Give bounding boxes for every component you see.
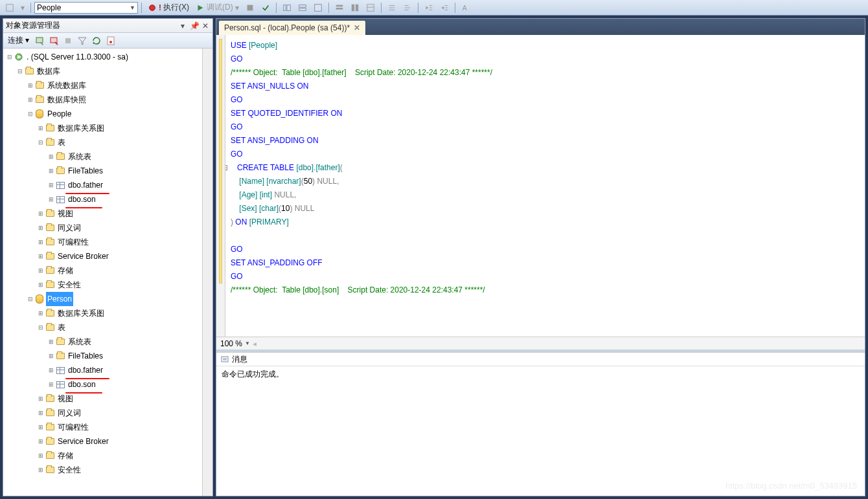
refresh-icon[interactable] (91, 35, 102, 47)
database-combo[interactable]: People▼ (34, 2, 138, 14)
expand-icon[interactable]: ⊞ (37, 263, 45, 278)
tree-programmability[interactable]: ⊞可编程性 (3, 235, 202, 249)
messages-body[interactable]: 命令已成功完成。 (216, 366, 865, 496)
close-icon[interactable]: ✕ (201, 21, 210, 30)
collapse-icon[interactable]: ⊟ (27, 107, 34, 121)
outdent-button[interactable] (437, 3, 451, 13)
tree-security[interactable]: ⊞安全性 (3, 278, 202, 292)
disconnect-db-icon[interactable] (48, 35, 60, 47)
close-tab-icon[interactable]: ✕ (354, 23, 360, 32)
expand-icon[interactable]: ⊞ (37, 121, 45, 135)
tree-table-father[interactable]: ⊞dbo.father (3, 363, 202, 377)
stop-button[interactable] (243, 3, 257, 13)
code-area[interactable]: USE [People] GO /****** Object: Table [d… (216, 35, 865, 337)
collapse-icon[interactable]: ⊟ (6, 50, 14, 64)
tree-table-son[interactable]: ⊞dbo.son (3, 192, 202, 206)
expand-icon[interactable]: ⊞ (37, 278, 45, 292)
expand-icon[interactable]: ⊞ (37, 449, 45, 463)
tree-db-diagrams[interactable]: ⊞数据库关系图 (3, 121, 202, 135)
expand-icon[interactable]: ⊞ (37, 206, 45, 221)
debug-button[interactable]: 调试(D) ▾ (193, 1, 242, 14)
expand-icon[interactable]: ⊞ (37, 463, 45, 477)
expand-icon[interactable]: ⊞ (37, 434, 45, 449)
uncomment-button[interactable] (400, 3, 415, 13)
comment-button[interactable] (385, 3, 399, 13)
vertical-scrollbar[interactable] (202, 49, 212, 496)
toolbar-icon[interactable] (280, 3, 294, 13)
expand-icon[interactable]: ⊞ (47, 178, 55, 192)
collapse-icon[interactable]: ⊟ (27, 292, 34, 306)
toolbar-icon[interactable] (332, 3, 347, 13)
code-editor[interactable]: USE [People] GO /****** Object: Table [d… (225, 35, 865, 337)
execute-button[interactable]: ! 执行(X) (145, 1, 192, 14)
toolbar-button-generic[interactable]: ▾ (18, 3, 27, 13)
expand-icon[interactable]: ⊞ (27, 93, 34, 107)
tree-file-tables[interactable]: ⊞FileTables (3, 349, 202, 363)
expand-icon[interactable]: ⊞ (27, 78, 34, 93)
expand-icon[interactable]: ⊞ (47, 335, 55, 349)
tree-storage[interactable]: ⊞存储 (3, 263, 202, 278)
tree-table-son[interactable]: ⊞dbo.son (3, 377, 202, 392)
editor-tab[interactable]: Person.sql - (local).People (sa (54))* ✕ (219, 21, 365, 35)
tree-synonyms[interactable]: ⊞同义词 (3, 221, 202, 235)
toolbar-icon[interactable] (363, 3, 378, 13)
collapse-icon[interactable]: ⊟ (37, 135, 45, 150)
chevron-down-icon[interactable]: ▼ (245, 340, 250, 346)
toolbar-icon[interactable]: A (459, 3, 473, 13)
tree-views[interactable]: ⊞视图 (3, 392, 202, 406)
tree-db-snapshot[interactable]: ⊞数据库快照 (3, 93, 202, 107)
stop-icon[interactable] (62, 35, 74, 47)
tree-service-broker[interactable]: ⊞Service Broker (3, 249, 202, 263)
expand-icon[interactable]: ⊞ (37, 221, 45, 235)
expand-icon[interactable]: ⊞ (37, 392, 45, 406)
expand-icon[interactable]: ⊞ (37, 406, 45, 420)
dropdown-icon[interactable]: ▾ (178, 21, 187, 30)
tree-db-diagrams[interactable]: ⊞数据库关系图 (3, 306, 202, 320)
svg-rect-30 (36, 38, 43, 43)
tree-views[interactable]: ⊞视图 (3, 206, 202, 221)
toolbar-icon[interactable] (295, 3, 310, 13)
tree-sys-tables[interactable]: ⊞系统表 (3, 150, 202, 164)
tree-table-father[interactable]: ⊞dbo.father (3, 178, 202, 192)
toolbar-icon[interactable] (348, 3, 362, 13)
expand-icon[interactable]: ⊞ (47, 164, 55, 178)
connect-button[interactable]: 连接 ▾ (6, 35, 31, 47)
expand-icon[interactable]: ⊞ (37, 249, 45, 263)
zoom-value[interactable]: 100 % (220, 339, 242, 348)
tree-service-broker[interactable]: ⊞Service Broker (3, 434, 202, 449)
tree-system-databases[interactable]: ⊞系统数据库 (3, 78, 202, 93)
collapse-icon[interactable]: ⊟ (37, 320, 45, 335)
tree-file-tables[interactable]: ⊞FileTables (3, 164, 202, 178)
tree-synonyms[interactable]: ⊞同义词 (3, 406, 202, 420)
expand-icon[interactable]: ⊞ (47, 150, 55, 164)
tree-db-people[interactable]: ⊟People (3, 107, 202, 121)
tree-db-person[interactable]: ⊟Person (3, 292, 202, 306)
tree-storage[interactable]: ⊞存储 (3, 449, 202, 463)
expand-icon[interactable]: ⊞ (37, 420, 45, 434)
indent-button[interactable] (422, 3, 436, 13)
tree-programmability[interactable]: ⊞可编程性 (3, 420, 202, 434)
expand-icon[interactable]: ⊞ (47, 377, 55, 392)
tree-databases[interactable]: ⊟数据库 (3, 64, 202, 78)
chevron-left-icon[interactable]: ◂ (253, 339, 257, 348)
expand-icon[interactable]: ⊞ (47, 363, 55, 377)
object-tree[interactable]: ⊟. (SQL Server 11.0.3000 - sa) ⊟数据库 ⊞系统数… (3, 49, 202, 496)
filter-icon[interactable] (76, 35, 88, 47)
collapse-icon[interactable]: ⊟ (16, 64, 24, 78)
toolbar-button-generic[interactable] (3, 3, 17, 13)
properties-icon[interactable] (105, 35, 117, 47)
expand-icon[interactable]: ⊞ (37, 235, 45, 249)
expand-icon[interactable]: ⊞ (37, 306, 45, 320)
connect-db-icon[interactable] (34, 35, 45, 47)
tree-security[interactable]: ⊞安全性 (3, 463, 202, 477)
tree-tables[interactable]: ⊟表 (3, 320, 202, 335)
pin-icon[interactable]: 📌 (190, 21, 199, 30)
messages-tab-label[interactable]: 消息 (232, 354, 247, 365)
tree-tables[interactable]: ⊟表 (3, 135, 202, 150)
toolbar-icon[interactable] (311, 3, 325, 13)
tree-server-root[interactable]: ⊟. (SQL Server 11.0.3000 - sa) (3, 50, 202, 64)
expand-icon[interactable]: ⊞ (47, 349, 55, 363)
tree-sys-tables[interactable]: ⊞系统表 (3, 335, 202, 349)
parse-button[interactable] (258, 3, 273, 13)
expand-icon[interactable]: ⊞ (47, 192, 55, 206)
